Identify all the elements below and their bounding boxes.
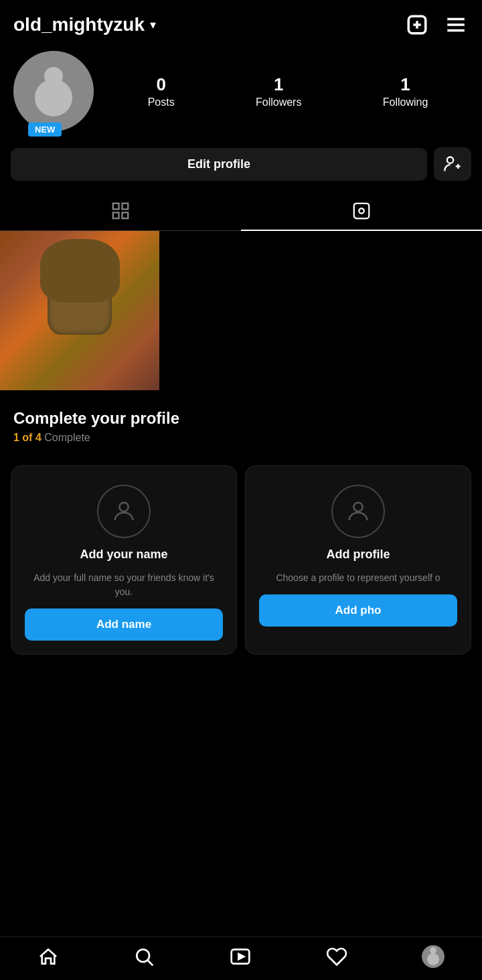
header: old_mightyzuk ▾	[0, 0, 482, 44]
followers-count: 1	[274, 74, 283, 95]
search-icon	[133, 946, 155, 967]
add-photo-card: Add profile Choose a profile to represen…	[245, 465, 471, 655]
followers-label: Followers	[256, 96, 301, 108]
tab-grid[interactable]	[0, 191, 241, 230]
tab-tagged[interactable]	[241, 191, 482, 230]
person-icon-2	[345, 498, 372, 525]
add-name-button[interactable]: Add name	[25, 608, 223, 641]
avatar[interactable]	[13, 51, 94, 131]
svg-rect-13	[354, 203, 370, 219]
svg-point-17	[137, 949, 150, 962]
add-name-card: Add your name Add your full name so your…	[11, 465, 237, 655]
new-badge: NEW	[28, 122, 62, 137]
nav-search[interactable]	[133, 946, 155, 967]
svg-point-6	[447, 157, 453, 163]
avatar-person-shape	[35, 79, 72, 116]
bottom-nav	[0, 936, 482, 980]
svg-line-18	[148, 961, 153, 965]
svg-rect-10	[123, 203, 129, 210]
posts-grid	[0, 231, 482, 390]
home-icon	[37, 946, 59, 967]
nav-avatar-shape	[427, 953, 439, 965]
svg-point-15	[119, 503, 128, 511]
grid-icon	[110, 201, 131, 221]
add-name-title: Add your name	[80, 548, 167, 562]
cards-row: Add your name Add your full name so your…	[0, 455, 482, 655]
avatar-wrap: NEW	[13, 51, 100, 131]
svg-marker-20	[238, 954, 244, 959]
new-post-icon[interactable]	[404, 12, 430, 37]
username[interactable]: old_mightyzuk	[13, 14, 145, 35]
add-photo-title: Add profile	[327, 548, 390, 562]
stat-posts[interactable]: 0 Posts	[148, 74, 175, 108]
add-photo-desc: Choose a profile to represent yourself o	[276, 571, 440, 585]
chevron-down-icon[interactable]: ▾	[150, 17, 156, 32]
add-photo-icon-circle	[331, 485, 385, 538]
add-friend-svg	[443, 155, 462, 173]
nav-profile[interactable]	[422, 945, 445, 968]
complete-profile-title: Complete your profile	[13, 409, 469, 428]
add-photo-button[interactable]: Add pho	[259, 594, 457, 627]
svg-point-16	[353, 503, 362, 511]
reels-icon	[230, 946, 251, 967]
svg-rect-9	[113, 203, 119, 210]
add-name-desc: Add your full name so your friends know …	[25, 571, 223, 599]
svg-rect-11	[113, 213, 119, 219]
tab-bar	[0, 191, 482, 231]
profile-section: NEW 0 Posts 1 Followers 1 Following	[0, 44, 482, 142]
stats-row: 0 Posts 1 Followers 1 Following	[107, 74, 469, 108]
groot-image	[0, 231, 159, 390]
nav-reels[interactable]	[230, 946, 251, 967]
add-friend-button[interactable]	[434, 147, 471, 181]
buttons-row: Edit profile	[0, 142, 482, 191]
person-icon-1	[110, 498, 137, 525]
progress-rest: Complete	[44, 432, 90, 443]
heart-icon	[326, 946, 347, 967]
complete-profile-section: Complete your profile 1 of 4 Complete	[0, 390, 482, 455]
progress-highlight: 1 of 4	[13, 432, 42, 443]
stat-following[interactable]: 1 Following	[383, 74, 428, 108]
nav-avatar	[422, 945, 445, 968]
header-right	[404, 12, 469, 37]
nav-heart[interactable]	[326, 946, 347, 967]
posts-count: 0	[156, 74, 165, 95]
menu-svg	[445, 13, 467, 36]
plus-square-svg	[406, 13, 428, 36]
header-left: old_mightyzuk ▾	[13, 14, 156, 35]
following-count: 1	[400, 74, 410, 95]
svg-point-14	[359, 208, 364, 214]
edit-profile-button[interactable]: Edit profile	[11, 148, 427, 181]
post-thumbnail[interactable]	[0, 231, 159, 390]
stat-followers[interactable]: 1 Followers	[256, 74, 301, 108]
add-name-icon-circle	[97, 485, 151, 538]
complete-profile-subtitle: 1 of 4 Complete	[13, 432, 469, 444]
menu-icon[interactable]	[443, 12, 469, 37]
svg-rect-12	[123, 213, 129, 219]
following-label: Following	[383, 96, 428, 108]
tagged-icon	[351, 201, 372, 221]
nav-home[interactable]	[37, 946, 59, 967]
posts-label: Posts	[148, 96, 175, 108]
